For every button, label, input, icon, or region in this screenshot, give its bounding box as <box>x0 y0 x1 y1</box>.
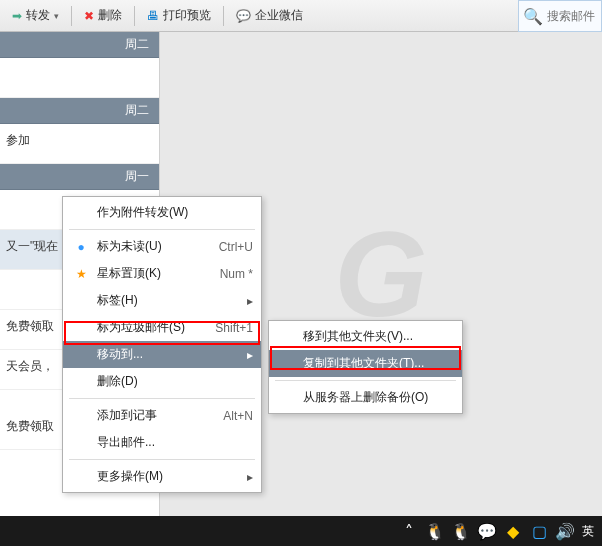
day-header: 周一 <box>0 164 159 190</box>
arrow-right-icon: ▸ <box>237 470 253 484</box>
forward-label: 转发 <box>26 7 50 24</box>
separator <box>223 6 224 26</box>
star-icon: ★ <box>71 267 91 281</box>
delete-button[interactable]: ✖ 删除 <box>78 4 128 27</box>
menu-shortcut: Ctrl+U <box>199 240 253 254</box>
menu-label: 复制到其他文件夹(T)... <box>297 355 454 372</box>
menu-mark-junk[interactable]: 标为垃圾邮件(S) Shift+1 <box>63 314 261 341</box>
forward-button[interactable]: ➡ 转发 ▾ <box>6 4 65 27</box>
menu-move-to[interactable]: 移动到... ▸ <box>63 341 261 368</box>
wechat-icon[interactable]: 💬 <box>478 522 496 540</box>
qq-icon[interactable]: 🐧 <box>426 522 444 540</box>
menu-separator <box>69 229 255 230</box>
menu-shortcut: Shift+1 <box>195 321 253 335</box>
print-icon: 🖶 <box>147 9 159 23</box>
delete-icon: ✖ <box>84 9 94 23</box>
mail-item[interactable] <box>0 58 159 98</box>
dropdown-icon: ▾ <box>54 11 59 21</box>
forward-icon: ➡ <box>12 9 22 23</box>
day-header: 周二 <box>0 32 159 58</box>
wecom-button[interactable]: 💬 企业微信 <box>230 4 309 27</box>
ime-indicator[interactable]: 英 <box>582 523 594 540</box>
toolbar: ➡ 转发 ▾ ✖ 删除 🖶 打印预览 💬 企业微信 <box>0 0 602 32</box>
menu-delete-server[interactable]: 从服务器上删除备份(O) <box>269 384 462 411</box>
qq-icon[interactable]: 🐧 <box>452 522 470 540</box>
volume-icon[interactable]: 🔊 <box>556 522 574 540</box>
menu-more[interactable]: 更多操作(M) ▸ <box>63 463 261 490</box>
context-submenu: 移到其他文件夹(V)... 复制到其他文件夹(T)... 从服务器上删除备份(O… <box>268 320 463 414</box>
menu-label: 星标置顶(K) <box>91 265 200 282</box>
menu-forward-attachment[interactable]: 作为附件转发(W) <box>63 199 261 226</box>
search-icon: 🔍 <box>523 7 543 26</box>
menu-label: 从服务器上删除备份(O) <box>297 389 454 406</box>
menu-separator <box>69 459 255 460</box>
menu-label: 作为附件转发(W) <box>91 204 253 221</box>
mail-item[interactable]: 参加 <box>0 124 159 164</box>
menu-add-todo[interactable]: 添加到记事 Alt+N <box>63 402 261 429</box>
context-menu: 作为附件转发(W) ● 标为未读(U) Ctrl+U ★ 星标置顶(K) Num… <box>62 196 262 493</box>
menu-separator <box>69 398 255 399</box>
app-icon[interactable]: ▢ <box>530 522 548 540</box>
menu-move-other[interactable]: 移到其他文件夹(V)... <box>269 323 462 350</box>
menu-label: 标为未读(U) <box>91 238 199 255</box>
menu-delete[interactable]: 删除(D) <box>63 368 261 395</box>
search-box[interactable]: 🔍 <box>518 0 602 32</box>
menu-copy-other[interactable]: 复制到其他文件夹(T)... <box>269 350 462 377</box>
menu-star-top[interactable]: ★ 星标置顶(K) Num * <box>63 260 261 287</box>
menu-label: 标签(H) <box>91 292 237 309</box>
arrow-right-icon: ▸ <box>237 294 253 308</box>
separator <box>71 6 72 26</box>
print-button[interactable]: 🖶 打印预览 <box>141 4 217 27</box>
dot-icon: ● <box>71 240 91 254</box>
menu-export[interactable]: 导出邮件... <box>63 429 261 456</box>
menu-separator <box>275 380 456 381</box>
menu-shortcut: Num * <box>200 267 253 281</box>
taskbar: ˄ 🐧 🐧 💬 ◆ ▢ 🔊 英 <box>0 516 602 546</box>
search-input[interactable] <box>547 9 597 23</box>
wecom-label: 企业微信 <box>255 7 303 24</box>
menu-tag[interactable]: 标签(H) ▸ <box>63 287 261 314</box>
day-header: 周二 <box>0 98 159 124</box>
menu-label: 删除(D) <box>91 373 253 390</box>
tray-up-icon[interactable]: ˄ <box>400 522 418 540</box>
menu-label: 移动到... <box>91 346 237 363</box>
menu-label: 标为垃圾邮件(S) <box>91 319 195 336</box>
delete-label: 删除 <box>98 7 122 24</box>
menu-label: 更多操作(M) <box>91 468 237 485</box>
menu-label: 添加到记事 <box>91 407 203 424</box>
menu-shortcut: Alt+N <box>203 409 253 423</box>
separator <box>134 6 135 26</box>
arrow-right-icon: ▸ <box>237 348 253 362</box>
menu-label: 导出邮件... <box>91 434 253 451</box>
menu-label: 移到其他文件夹(V)... <box>297 328 454 345</box>
wecom-icon: 💬 <box>236 9 251 23</box>
app-icon[interactable]: ◆ <box>504 522 522 540</box>
print-label: 打印预览 <box>163 7 211 24</box>
menu-mark-unread[interactable]: ● 标为未读(U) Ctrl+U <box>63 233 261 260</box>
